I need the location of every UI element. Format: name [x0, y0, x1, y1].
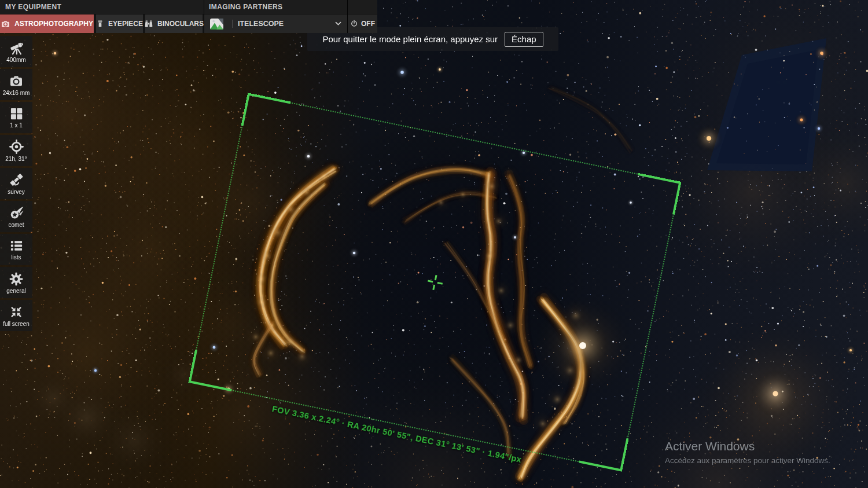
list-icon: [9, 239, 24, 253]
sidebar-item-label: 24x16 mm: [3, 90, 30, 96]
toast-message: Pour quitter le mode plein écran, appuye…: [322, 34, 498, 44]
tab-label: ASTROPHOTOGRAPHY: [14, 20, 93, 28]
tab-binoculars[interactable]: BINOCULARS: [145, 14, 203, 33]
sidebar-item-grid[interactable]: 1 x 1: [0, 102, 32, 133]
sidebar-item-label: 1 x 1: [10, 122, 23, 129]
sidebar-item-survey[interactable]: survey: [0, 168, 32, 199]
imaging-partner-select[interactable]: ITELESCOPE: [204, 14, 347, 33]
sidebar-item-label: full screen: [3, 321, 30, 327]
comet-icon: [9, 205, 24, 221]
sidebar-item-label: general: [6, 288, 25, 294]
chevron-down-icon: [334, 19, 343, 28]
power-icon: [350, 20, 358, 28]
sidebar-item-fullscreen[interactable]: full screen: [0, 300, 32, 331]
left-sidebar: 400mm 24x16 mm 1 x 1: [0, 36, 32, 333]
toolbar-section-headers: MY EQUIPMENT IMAGING PARTNERS: [0, 0, 377, 14]
sidebar-item-camera[interactable]: 24x16 mm: [0, 69, 32, 100]
satellite-icon: [9, 172, 24, 188]
app-stage: FOV 3.36 x 2.24° · RA 20hr 50' 55", DEC …: [0, 0, 868, 488]
tab-label: EYEPIECE: [108, 20, 143, 28]
escape-key-badge: Échap: [505, 32, 543, 47]
sidebar-item-label: 400mm: [6, 57, 25, 63]
my-equipment-heading: MY EQUIPMENT: [5, 3, 61, 11]
partner-select-value: ITELESCOPE: [232, 20, 284, 28]
tab-label: BINOCULARS: [157, 20, 204, 28]
watermark-title: Activer Windows: [665, 439, 830, 453]
grid-icon: [9, 107, 24, 121]
sidebar-item-telescope[interactable]: 400mm: [0, 36, 32, 67]
top-toolbar: MY EQUIPMENT IMAGING PARTNERS ASTROPHOTO…: [0, 0, 377, 33]
eyepiece-icon: [96, 19, 104, 28]
compress-arrows-icon: [9, 304, 24, 320]
sidebar-item-label: lists: [11, 254, 21, 260]
tab-eyepiece[interactable]: EYEPIECE: [96, 14, 143, 33]
sidebar-item-label: comet: [8, 222, 24, 228]
fov-center-crosshair: [426, 273, 444, 291]
sidebar-item-coordinates[interactable]: 21h, 31°: [0, 135, 32, 166]
sidebar-item-label: survey: [8, 189, 24, 195]
toolbar-divider: [204, 0, 204, 33]
watermark-subtitle: Accédez aux paramètres pour activer Wind…: [665, 456, 830, 465]
itelescope-logo-icon: [210, 19, 223, 30]
windows-activation-watermark: Activer Windows Accédez aux paramètres p…: [665, 439, 830, 465]
toolbar-tabs-row: ASTROPHOTOGRAPHY EYEPIECE BINOCULAR: [0, 14, 377, 33]
sidebar-item-lists[interactable]: lists: [0, 234, 32, 265]
gear-icon: [9, 271, 24, 287]
imaging-partners-heading: IMAGING PARTNERS: [209, 3, 283, 11]
tab-astrophotography[interactable]: ASTROPHOTOGRAPHY: [0, 14, 94, 33]
telescope-icon: [9, 40, 24, 56]
sidebar-item-label: 21h, 31°: [5, 156, 27, 162]
camera-icon: [1, 19, 10, 29]
sidebar-item-comet[interactable]: comet: [0, 201, 32, 232]
sidebar-item-general-settings[interactable]: general: [0, 267, 32, 298]
toolbar-divider: [347, 0, 348, 33]
power-toggle-label: OFF: [361, 20, 375, 28]
crosshair-target-icon: [9, 139, 24, 155]
partner-power-toggle[interactable]: OFF: [348, 14, 377, 33]
camera-icon: [9, 74, 24, 89]
binoculars-icon: [144, 19, 153, 28]
